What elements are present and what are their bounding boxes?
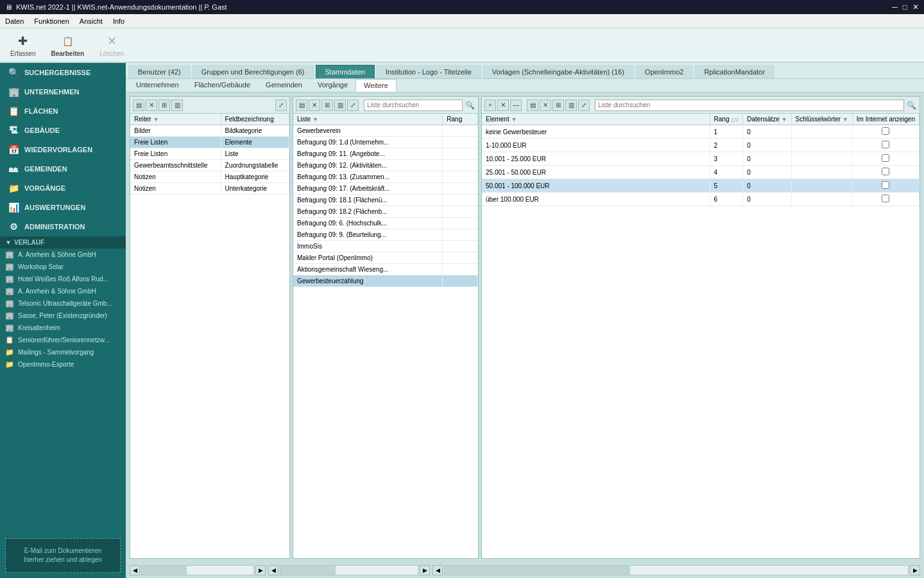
right-scroll-left[interactable]: ◀ [432, 565, 443, 575]
verlauf-item-6[interactable]: 🏢 Kreisaltenheim [0, 322, 126, 334]
element-filter-icon[interactable]: ▼ [511, 116, 517, 123]
menu-daten[interactable]: Daten [5, 17, 24, 25]
verlauf-item-1[interactable]: 🏢 Workshop Solar [0, 261, 126, 273]
tab2-weitere[interactable]: Weitere [355, 79, 397, 92]
verlauf-item-0[interactable]: 🏢 A. Amrhein & Söhne GmbH [0, 249, 126, 261]
mid-scroll-right[interactable]: ▶ [420, 565, 430, 575]
verlauf-item-5[interactable]: 🏢 Sasse, Peter (Existenzgründer) [0, 310, 126, 322]
mid-tb-table-icon[interactable]: ▥ [334, 100, 346, 111]
tab-stammdaten[interactable]: Stammdaten [316, 65, 375, 78]
middle-search-input[interactable] [364, 100, 463, 111]
titlebar-controls[interactable]: ─ □ ✕ [892, 3, 919, 12]
right-search-icon[interactable]: 🔍 [905, 100, 917, 111]
left-row-5[interactable]: Notizen Unterkategorie [130, 183, 289, 195]
panel-right-table-scroll[interactable]: Element ▼ Rang △▽ Datensätze ▼ Schlüssel… [482, 114, 920, 558]
mid-tb-close-icon[interactable]: ✕ [309, 100, 320, 111]
internet-checkbox-2[interactable] [882, 154, 889, 162]
mid-tb-grid-icon[interactable]: ▤ [296, 100, 307, 111]
left-row-4[interactable]: Notizen Hauptkategorie [130, 171, 289, 183]
sidebar-item-gebaeude[interactable]: 🏗 GEBÄUDE [0, 121, 126, 140]
bearbeiten-button[interactable]: 📋 Bearbeiten [51, 33, 84, 57]
left-scroll-track[interactable] [141, 565, 254, 575]
right-tb-expand-icon[interactable]: ⤢ [578, 100, 590, 111]
mid-row-12[interactable]: Aktionsgemeinschaft Wieseng... [293, 264, 478, 276]
right-row-0[interactable]: keine Gewerbesteuer 1 0 [482, 125, 920, 139]
mid-row-10[interactable]: ImmoSis [293, 241, 478, 252]
verlauf-item-7[interactable]: 📋 Seniorenführer/Seniorennetzw... [0, 334, 126, 346]
mid-row-4[interactable]: Befragung 09: 13. (Zusammen... [293, 171, 478, 183]
right-cell-internet-3[interactable] [852, 166, 919, 179]
right-tb-close-icon[interactable]: ✕ [540, 100, 551, 111]
right-cell-internet-1[interactable] [852, 139, 919, 152]
mid-tb-copy-icon[interactable]: ⊞ [321, 100, 333, 111]
left-tb-close-icon[interactable]: ✕ [146, 100, 157, 111]
maximize-button[interactable]: □ [903, 3, 907, 12]
tab-openimmo2[interactable]: OpenImmo2 [635, 65, 694, 78]
left-tb-grid-icon[interactable]: ▤ [133, 100, 144, 111]
verlauf-section[interactable]: ▼ VERLAUF [0, 236, 126, 249]
mid-row-1[interactable]: Befragung 09: 1.d (Unternehm... [293, 137, 478, 148]
right-row-4[interactable]: 50.001 - 100.000 EUR 5 0 [482, 179, 920, 193]
right-cell-internet-2[interactable] [852, 152, 919, 166]
mid-row-8[interactable]: Befragung 09: 6. (Hochschulk... [293, 218, 478, 229]
tab-institution[interactable]: Institution - Logo - Titelzeile [376, 65, 481, 78]
right-cell-internet-0[interactable] [852, 125, 919, 139]
internet-checkbox-3[interactable] [882, 168, 889, 175]
tab2-gemeinden[interactable]: Gemeinden [258, 79, 310, 92]
tab2-vorgaenge[interactable]: Vorgänge [310, 79, 355, 92]
panel-left-table-scroll[interactable]: Reiter ▼ Feldbezeichnung Bilder Bildkate… [130, 114, 289, 558]
mid-row-6[interactable]: Befragung 09: 18.1 (Flächenü... [293, 195, 478, 206]
email-drop-zone[interactable]: E-Mail zum Dokumentierenhierher ziehen u… [5, 538, 121, 573]
mid-scroll-track[interactable] [280, 565, 418, 575]
erfassen-button[interactable]: ✚ Erfassen [10, 33, 35, 57]
sidebar-item-suchergebnisse[interactable]: 🔍 SUCHERGEBNISSE [0, 63, 126, 82]
right-tb-copy-icon[interactable]: ⊞ [552, 100, 564, 111]
right-tb-table-icon[interactable]: ▥ [565, 100, 577, 111]
verlauf-item-9[interactable]: 📁 OpenImmo-Exporte [0, 358, 126, 371]
loeschen-button[interactable]: ✕ Löschen [99, 33, 124, 57]
rang-sort-icon[interactable]: △▽ [731, 117, 739, 123]
menu-ansicht[interactable]: Ansicht [80, 17, 103, 25]
right-cell-internet-4[interactable] [852, 179, 919, 193]
reiter-filter-icon[interactable]: ▼ [153, 116, 158, 123]
sidebar-item-administration[interactable]: ⚙ ADMINISTRATION [0, 217, 126, 236]
right-tb-delete-icon[interactable]: ✕ [497, 100, 509, 111]
close-button[interactable]: ✕ [912, 3, 919, 12]
liste-filter-icon[interactable]: ▼ [312, 116, 318, 123]
sidebar-item-gemeinden[interactable]: 🏘 GEMEINDEN [0, 159, 126, 179]
verlauf-item-2[interactable]: 🏢 Hotel Weißes Roß Alfons Rud... [0, 273, 126, 285]
mid-row-5[interactable]: Befragung 09: 17. (Arbeitskräft... [293, 183, 478, 195]
tab2-flaechen[interactable]: Flächen/Gebäude [187, 79, 258, 92]
left-scroll-left[interactable]: ◀ [130, 565, 140, 575]
mid-row-0[interactable]: Gewerbeverein [293, 125, 478, 137]
right-row-2[interactable]: 10.001 - 25.000 EUR 3 0 [482, 152, 920, 166]
middle-search-icon[interactable]: 🔍 [464, 100, 475, 111]
mid-row-2[interactable]: Befragung 09: 11. (Angebote... [293, 148, 478, 160]
tab2-unternehmen[interactable]: Unternehmen [128, 79, 187, 92]
verlauf-item-4[interactable]: 🏢 Telsonic Ultraschallgeräte Gmb... [0, 297, 126, 310]
internet-checkbox-0[interactable] [882, 127, 889, 135]
verlauf-item-8[interactable]: 📁 Mailings - Sammelvorgang [0, 346, 126, 358]
schluessel-filter-icon[interactable]: ▼ [843, 116, 848, 123]
left-scroll-right[interactable]: ▶ [255, 565, 266, 575]
internet-checkbox-5[interactable] [882, 195, 889, 202]
mid-row-9[interactable]: Befragung 09: 9. (Beurteilung... [293, 229, 478, 241]
datensaetze-filter-icon[interactable]: ▼ [782, 116, 787, 123]
right-row-5[interactable]: über 100.000 EUR 6 0 [482, 193, 920, 206]
mid-row-7[interactable]: Befragung 09: 18.2 (Flächenb... [293, 206, 478, 218]
mid-row-13[interactable]: Gewerbesteuerzahlung [293, 276, 478, 287]
sidebar-item-auswertungen[interactable]: 📊 AUSWERTUNGEN [0, 198, 126, 217]
mid-row-3[interactable]: Befragung 09: 12. (Aktivitäten... [293, 160, 478, 171]
left-tb-expand-icon[interactable]: ⤢ [275, 100, 287, 111]
internet-checkbox-4[interactable] [882, 181, 889, 189]
mid-tb-expand-icon[interactable]: ⤢ [347, 100, 359, 111]
right-tb-grid-icon[interactable]: ▤ [527, 100, 538, 111]
right-row-3[interactable]: 25.001 - 50.000 EUR 4 0 [482, 166, 920, 179]
right-scroll-track[interactable] [444, 565, 909, 575]
sidebar-item-wiedervorlagen[interactable]: 📅 WIEDERVORLAGEN [0, 140, 126, 159]
right-cell-internet-5[interactable] [852, 193, 919, 206]
sidebar-item-flaechen[interactable]: 📋 FLÄCHEN [0, 101, 126, 121]
left-row-3[interactable]: Gewerbeamtsschnittstelle Zuordnungstabel… [130, 160, 289, 171]
internet-checkbox-1[interactable] [882, 141, 889, 148]
panel-middle-table-scroll[interactable]: Liste ▼ Rang Gewerbeverein Befragung 09:… [293, 114, 478, 558]
